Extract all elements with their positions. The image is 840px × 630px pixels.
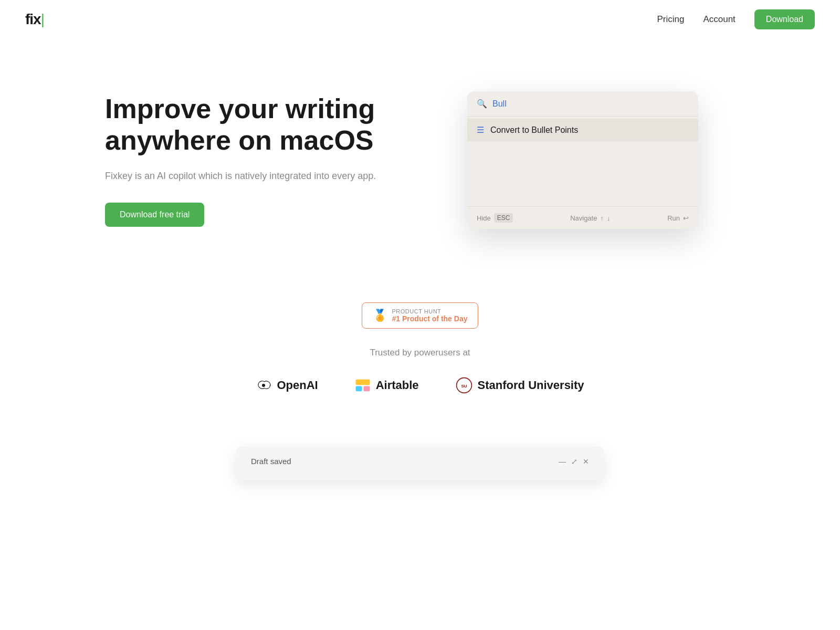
product-hunt-text: PRODUCT HUNT #1 Product of the Day xyxy=(392,308,468,323)
openai-logo: OpenAI xyxy=(256,377,318,393)
svg-rect-3 xyxy=(363,386,370,392)
product-hunt-badge[interactable]: 🏅 PRODUCT HUNT #1 Product of the Day xyxy=(362,302,479,329)
hero-cta-button[interactable]: Download free trial xyxy=(105,203,204,227)
fixkey-search-query: Bull xyxy=(492,99,507,109)
stanford-text: Stanford University xyxy=(478,379,584,392)
minimize-button[interactable]: — xyxy=(559,457,566,466)
fixkey-footer: Hide ESC Navigate ↑ ↓ Run ↩ xyxy=(467,206,698,229)
medal-icon: 🏅 xyxy=(373,309,387,322)
arrow-up-icon: ↑ xyxy=(600,214,604,222)
fixkey-run-hint: Run ↩ xyxy=(667,214,689,222)
draft-header: Draft saved — ⤢ ✕ xyxy=(251,457,589,466)
fixkey-ui-mockup: 🔍 Bull ☰ Convert to Bullet Points Hide E… xyxy=(467,91,698,229)
social-proof-section: 🏅 PRODUCT HUNT #1 Product of the Day Tru… xyxy=(0,271,840,415)
svg-rect-2 xyxy=(355,386,362,392)
company-logos-row: OpenAI Airtable SU Stanford University xyxy=(0,377,840,394)
fixkey-search-bar: 🔍 Bull xyxy=(467,91,698,117)
hide-label: Hide xyxy=(477,214,491,222)
enter-icon: ↩ xyxy=(683,214,689,222)
draft-saved-label: Draft saved xyxy=(251,457,291,466)
openai-icon xyxy=(256,377,271,393)
fixkey-content-area xyxy=(467,143,698,206)
openai-text: OpenAI xyxy=(277,379,318,392)
svg-rect-1 xyxy=(355,380,370,385)
search-icon: 🔍 xyxy=(477,99,487,109)
draft-window: Draft saved — ⤢ ✕ xyxy=(236,446,604,480)
run-label: Run xyxy=(667,214,680,222)
fixkey-result-label: Convert to Bullet Points xyxy=(490,125,578,135)
close-button[interactable]: ✕ xyxy=(583,457,589,466)
nav-links: Pricing Account Download xyxy=(657,9,815,29)
arrow-down-icon: ↓ xyxy=(607,214,611,222)
stanford-icon: SU xyxy=(456,377,472,394)
nav-pricing-link[interactable]: Pricing xyxy=(657,14,684,25)
draft-section: Draft saved — ⤢ ✕ xyxy=(0,415,840,480)
esc-key: ESC xyxy=(494,213,513,223)
hero-right: 🔍 Bull ☰ Convert to Bullet Points Hide E… xyxy=(430,91,735,229)
product-hunt-title: #1 Product of the Day xyxy=(392,314,468,323)
fixkey-hide-hint: Hide ESC xyxy=(477,213,513,223)
fixkey-result-item[interactable]: ☰ Convert to Bullet Points xyxy=(467,119,698,141)
nav-download-button[interactable]: Download xyxy=(754,9,815,29)
svg-point-0 xyxy=(262,384,265,387)
hero-left: Improve your writing anywhere on macOS F… xyxy=(105,93,378,227)
navbar: fix| Pricing Account Download xyxy=(0,0,840,39)
draft-window-controls: — ⤢ ✕ xyxy=(559,457,589,466)
hero-subtitle: Fixkey is an AI copilot which is nativel… xyxy=(105,169,378,184)
nav-account-link[interactable]: Account xyxy=(703,14,735,25)
stanford-logo: SU Stanford University xyxy=(456,377,584,394)
airtable-icon xyxy=(355,379,371,392)
airtable-logo: Airtable xyxy=(355,379,419,392)
airtable-text: Airtable xyxy=(376,379,419,392)
product-hunt-label: PRODUCT HUNT xyxy=(392,308,468,314)
maximize-button[interactable]: ⤢ xyxy=(571,457,578,466)
svg-text:SU: SU xyxy=(461,384,467,388)
trusted-text: Trusted by powerusers at xyxy=(0,348,840,358)
navigate-label: Navigate xyxy=(570,214,597,222)
hero-title: Improve your writing anywhere on macOS xyxy=(105,93,378,156)
bullet-list-icon: ☰ xyxy=(477,125,484,135)
hero-section: Improve your writing anywhere on macOS F… xyxy=(0,39,840,271)
logo[interactable]: fix| xyxy=(25,11,44,28)
fixkey-navigate-hint: Navigate ↑ ↓ xyxy=(570,214,610,222)
